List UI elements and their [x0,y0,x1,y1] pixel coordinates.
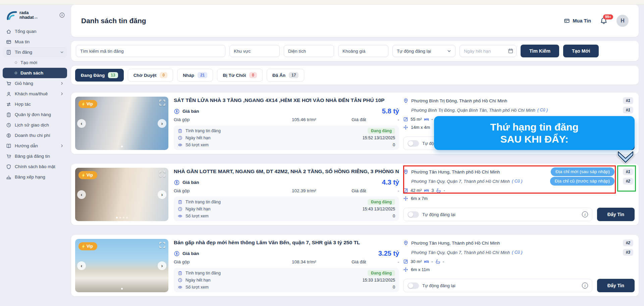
sidebar-item-tong-quan[interactable]: Tổng quan [3,26,67,37]
address-old-row: Phường Tân Quy, Quận 7, Thành phố Hồ Chí… [403,249,635,256]
sidebar-item-mua-tin[interactable]: Mua tin [3,37,67,47]
page-title: Danh sách tin đăng [81,17,146,25]
sidebar-collapse-icon[interactable] [59,12,65,18]
listing-meta: Phường Tân Hưng, Thành phố Hồ Chí Minh Đ… [403,168,635,221]
chevron-right-icon [60,82,64,85]
spec-row: 42 m² 3 - [403,187,635,193]
sale-price-label: Giá bán [182,109,199,114]
price-range-input[interactable] [338,45,388,57]
carousel-prev-button[interactable] [77,261,86,270]
rank-badge-new: #1 [623,97,633,104]
carousel-dot[interactable] [121,288,123,290]
annotation-callout-line2: SAU KHI ĐẨY: [500,133,569,145]
auto-repost-toggle[interactable] [408,140,419,147]
annotation-callout: Thứ hạng tin đăng SAU KHI ĐẨY: [434,116,635,150]
property-photo[interactable]: Vip [75,97,168,150]
sidebar-item-tin-dang[interactable]: Tin đăng [3,47,67,57]
history-icon [6,122,11,128]
status-badge: Đang đăng [368,128,395,134]
expiry-label: Ngày hết hạn [185,278,210,283]
tab-da-an[interactable]: Đã Ẩn17 [267,69,304,82]
views-value: 0 [393,214,395,218]
notifications-button[interactable]: 99+ [600,17,608,25]
listing-meta: Phường Tân Hưng, Thành phố Hồ Chí Minh #… [403,239,635,292]
search-button[interactable]: Tìm Kiếm [521,45,559,57]
expiry-value: 15:43 13/12/2025 [363,207,395,211]
sidebar-item-bang-xep-hang[interactable]: Bảng xếp hạng [3,172,67,182]
buy-listing-button[interactable]: Mua Tin [564,18,591,24]
swap-icon [6,102,11,107]
tab-cho-duyet[interactable]: Chờ Duyệt0 [128,69,173,82]
sidebar-item-huong-dan[interactable]: Hướng dẫn [3,141,67,151]
property-photo[interactable]: Vip [75,168,168,221]
sidebar-item-khach-mua-thue[interactable]: Khách mua/thuê [3,89,67,99]
bullet-icon [15,72,17,74]
rank-badge-new: #2 [623,240,633,246]
listing-title: Bán gấp nhà đẹp mới hẻm thông Lâm Văn Bế… [174,240,399,246]
auto-repost-select-value: Tự động đăng lại [397,49,431,54]
tab-label: Đang Đăng [81,73,105,78]
carousel-prev-button[interactable] [77,119,86,128]
tab-label: Bị Từ Chối [223,73,246,78]
calendar-icon[interactable] [508,48,514,54]
bullet-icon [15,61,17,64]
bed-icon [424,188,429,193]
status-row: Tình trạng tin đăngĐang đăng [178,198,395,205]
status-tabs: Đang Đăng13 Chờ Duyệt0 Nháp21 Bị Từ Chối… [71,66,639,85]
expand-icon[interactable] [159,242,166,248]
info-icon[interactable] [582,211,588,217]
sidebar-item-chinh-sach-bao-mat[interactable]: Chính sách bảo mật [3,161,67,172]
beds-value: - [431,259,433,264]
push-listing-button[interactable]: Đẩy Tin [597,208,635,221]
carousel-next-button[interactable] [158,119,166,128]
property-photo[interactable]: Vip [75,239,168,292]
sidebar-item-lich-su-giao-dich[interactable]: Lịch sử giao dịch [3,120,67,130]
shield-icon [6,164,11,169]
auto-repost-toggle[interactable] [408,283,419,289]
sale-price-label: Giá bán [182,251,199,256]
sidebar-item-gio-hang[interactable]: Giỏ hàng [3,78,67,89]
sidebar-item-doanh-thu-chi-phi[interactable]: Doanh thu chi phí [3,130,67,141]
region-input[interactable] [229,45,280,57]
info-icon[interactable] [582,283,588,289]
sidebar-nav: Tổng quan Mua tin Tin đăng Tạo mới Danh … [0,24,70,184]
carousel-next-button[interactable] [158,261,166,270]
carousel-next-button[interactable] [158,190,166,199]
action-row: Tự động đăng lại Đẩy Tin [403,279,635,292]
auto-repost-select[interactable]: Tự động đăng lại [392,45,455,57]
auto-repost-toggle[interactable] [408,211,419,218]
carousel-dot[interactable] [116,217,118,218]
expand-icon[interactable] [159,170,166,177]
address-new-row: Phường Bình Trị Đông, Thành phố Hồ Chí M… [403,97,635,104]
chevron-down-icon [60,50,64,54]
sidebar-item-quan-ly-don-hang[interactable]: Quản lý đơn hàng [3,109,67,120]
carousel-dot[interactable] [119,217,121,218]
annotation-pill-old-address: Địa chỉ cũ (trước sáp nhập) [550,177,614,186]
expand-icon[interactable] [159,99,166,106]
sidebar-item-tao-moi[interactable]: Tạo mới [3,57,67,68]
carousel-prev-button[interactable] [77,190,86,199]
tab-bi-tu-choi[interactable]: Bị Từ Chối0 [217,69,263,82]
carousel-dot[interactable] [121,146,123,147]
search-input[interactable] [76,45,225,57]
avatar[interactable]: H [616,15,629,27]
sidebar-item-danh-sach[interactable]: Danh sách [3,68,67,78]
tab-dang-dang[interactable]: Đang Đăng13 [75,69,124,82]
area-value: 30 m² [411,259,422,264]
location-pin-icon [403,169,409,174]
create-new-button[interactable]: Tạo Mới [563,45,599,57]
action-row: Tự động đăng lại Đẩy Tin [403,208,635,221]
carousel-dot[interactable] [126,217,128,218]
push-listing-button[interactable]: Đẩy Tin [597,279,635,292]
sidebar-item-hop-tac[interactable]: Hợp tác [3,99,67,109]
podium-icon [6,174,11,180]
card-icon [564,18,570,24]
price-row: Giá bán 4.3 tỷ [174,178,399,186]
carousel-dot[interactable] [123,217,124,218]
sidebar-item-label: Quản lý đơn hàng [15,112,51,117]
tab-nhap[interactable]: Nháp21 [177,69,213,82]
filter-bar: Tự động đăng lại Tìm Kiếm Tạo Mới [71,41,639,61]
sidebar-item-bang-gia-dang-tin[interactable]: Bảng giá đăng tin [3,151,67,161]
size-input[interactable] [284,45,334,57]
dimensions-row: 6m x 7m [403,195,635,201]
